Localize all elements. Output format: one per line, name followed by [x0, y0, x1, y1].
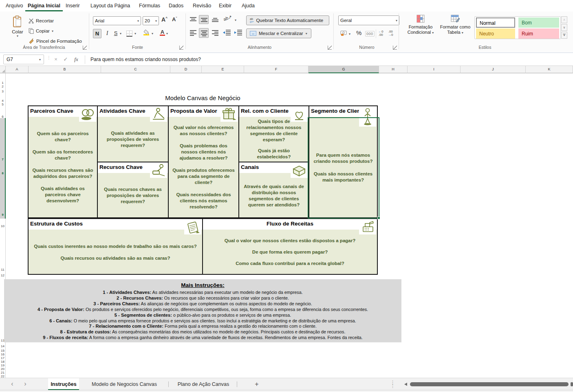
- enter-button[interactable]: ✓: [61, 55, 70, 64]
- formula-input[interactable]: Para quem nós estamos criando nossos pro…: [90, 55, 201, 64]
- alignment-dialog-launcher[interactable]: [328, 46, 332, 50]
- row-header[interactable]: 2: [0, 85, 5, 89]
- column-header-d[interactable]: D: [170, 66, 202, 73]
- column-header-h[interactable]: H: [379, 66, 408, 73]
- cancel-button[interactable]: ×: [51, 55, 60, 64]
- clipboard-dialog-launcher[interactable]: [83, 46, 87, 50]
- column-header-c[interactable]: C: [101, 66, 170, 73]
- fill-handle[interactable]: [377, 217, 380, 219]
- column-header-e[interactable]: E: [202, 66, 244, 73]
- underline-dropdown-arrow[interactable]: ▾: [120, 32, 121, 35]
- name-box[interactable]: G7 ▾: [3, 55, 44, 64]
- fill-color-button[interactable]: [143, 29, 150, 35]
- canvas-cell-atividades-chave[interactable]: Atividades Chave Quais atividades as pro…: [97, 105, 169, 162]
- canvas-cell-rel-com-cliente[interactable]: Rel. com o Cliente Quais tipos de relaci…: [238, 105, 309, 162]
- borders-dropdown-arrow[interactable]: ▾: [134, 32, 136, 35]
- insert-function-button[interactable]: fx: [72, 55, 81, 64]
- row-header[interactable]: 7: [0, 158, 5, 162]
- column-header-j[interactable]: J: [461, 66, 526, 73]
- style-ruim[interactable]: Ruim: [518, 28, 559, 39]
- sheet-nav-right-arrow[interactable]: ›: [21, 380, 29, 389]
- number-format-combo[interactable]: Geral▾: [338, 15, 399, 25]
- menu-tab-formulas[interactable]: Fórmulas: [137, 0, 163, 11]
- menu-tab-exibir[interactable]: Exibir: [216, 0, 234, 11]
- styles-scroll-up[interactable]: ∧: [561, 16, 567, 23]
- borders-button[interactable]: [126, 31, 132, 37]
- increase-font-button[interactable]: A^: [161, 16, 167, 23]
- number-dialog-launcher[interactable]: [393, 46, 397, 50]
- row-header[interactable]: 9: [0, 213, 5, 217]
- style-neutro[interactable]: Neutro: [476, 28, 515, 39]
- fill-color-dropdown-arrow[interactable]: ▾: [152, 32, 153, 35]
- wrap-text-button[interactable]: abc↩ Quebrar Texto Automaticamente: [246, 15, 329, 25]
- paste-button[interactable]: Colar ▾: [9, 15, 26, 45]
- select-all-corner[interactable]: [0, 66, 6, 73]
- menu-tab-dados[interactable]: Dados: [166, 0, 186, 11]
- column-header-b[interactable]: B: [29, 66, 101, 73]
- merge-center-button[interactable]: ↔ Mesclar e Centralizar ▾: [246, 28, 311, 38]
- orientation-dropdown-arrow[interactable]: ▾: [235, 18, 236, 22]
- styles-scroll-down[interactable]: ∨: [561, 24, 567, 31]
- row-header[interactable]: 11: [0, 268, 5, 272]
- conditional-formatting-button[interactable]: Formatação Condicional ▾: [405, 15, 436, 35]
- align-right-button[interactable]: [211, 29, 219, 36]
- underline-button[interactable]: S: [112, 29, 119, 38]
- canvas-cell-parceiros-chave[interactable]: Parceiros Chave Quem são os parceiros ch…: [28, 105, 98, 218]
- column-header-a[interactable]: A: [6, 66, 29, 73]
- font-dialog-launcher[interactable]: [179, 46, 183, 50]
- row-header[interactable]: 10: [0, 224, 5, 228]
- paste-dropdown-arrow[interactable]: ▾: [9, 34, 26, 38]
- font-family-combo[interactable]: Arial▾: [93, 16, 141, 25]
- canvas-cell-recursos-chave[interactable]: Recursos Chave Quais recursos chaves as …: [97, 162, 169, 218]
- column-header-k[interactable]: K: [526, 66, 573, 73]
- hscroll-left-arrow[interactable]: [404, 383, 407, 386]
- menu-tab-revisao[interactable]: Revisão: [190, 0, 214, 11]
- copy-dropdown-arrow[interactable]: ▾: [52, 29, 53, 33]
- increase-indent-button[interactable]: [234, 29, 243, 36]
- accounting-format-button[interactable]: [340, 30, 347, 36]
- italic-button[interactable]: I: [104, 29, 110, 38]
- row-header[interactable]: 6: [0, 115, 5, 119]
- font-size-combo[interactable]: 20▾: [143, 16, 159, 25]
- sheet-tab-plano-acao[interactable]: Plano de Ação Canvas: [171, 378, 236, 390]
- merge-dropdown-arrow[interactable]: ▾: [306, 32, 307, 35]
- column-header-i[interactable]: I: [408, 66, 461, 73]
- name-box-dropdown-arrow[interactable]: ▾: [39, 58, 41, 61]
- copy-button[interactable]: Copiar ▾: [29, 26, 53, 35]
- font-color-dropdown-arrow[interactable]: ▾: [166, 32, 168, 35]
- canvas-cell-canais[interactable]: Canais Através de quais canais de distri…: [238, 162, 309, 218]
- comma-style-button[interactable]: 000: [365, 31, 375, 37]
- increase-decimal-button[interactable]: ←0.00: [378, 30, 383, 37]
- column-header-f[interactable]: F: [244, 66, 309, 73]
- column-header-g[interactable]: G: [309, 66, 379, 73]
- sheet-tab-instrucoes[interactable]: Instruções: [48, 378, 79, 390]
- menu-tab-ajuda[interactable]: Ajuda: [239, 0, 257, 11]
- row-header[interactable]: 5: [0, 103, 5, 107]
- canvas-cell-fluxo-de-receitas[interactable]: Fluxo de Receitas Qual o valor que nosso…: [202, 218, 378, 275]
- style-bom[interactable]: Bom: [518, 18, 559, 28]
- cut-button[interactable]: Recortar: [29, 16, 54, 25]
- align-middle-button[interactable]: [199, 15, 209, 24]
- canvas-cell-proposta-de-valor[interactable]: Proposta de Valor Qual valor nós oferece…: [168, 105, 239, 218]
- bold-button[interactable]: N: [93, 29, 101, 38]
- align-center-button[interactable]: [199, 28, 209, 38]
- format-as-table-button[interactable]: Formatar como Tabela ▾: [439, 15, 472, 35]
- align-bottom-button[interactable]: [211, 16, 219, 23]
- row-header[interactable]: 8: [0, 171, 5, 175]
- orientation-button[interactable]: ab↗: [223, 14, 233, 22]
- decrease-decimal-button[interactable]: .00→0: [388, 30, 393, 37]
- accounting-dropdown-arrow[interactable]: ▾: [349, 32, 350, 36]
- font-color-button[interactable]: A: [160, 29, 165, 36]
- style-normal[interactable]: Normal: [476, 18, 515, 28]
- align-left-button[interactable]: [189, 29, 197, 36]
- menu-tab-arquivo[interactable]: Arquivo: [3, 0, 25, 11]
- sheet-tab-modelo-negocios[interactable]: Modelo de Negocios Canvas: [82, 378, 167, 390]
- row-header[interactable]: 14: [0, 344, 5, 348]
- add-sheet-button[interactable]: +: [249, 378, 265, 390]
- styles-more-button[interactable]: ▼: [561, 32, 567, 39]
- menu-tab-layout[interactable]: Layout da Página: [88, 0, 132, 11]
- canvas-cell-segmento-de-cliente[interactable]: Segmento de Cliente Para quem nós estamo…: [309, 105, 378, 218]
- menu-tab-inserir[interactable]: Inserir: [63, 0, 82, 11]
- canvas-cell-estrutura-de-custos[interactable]: Estrutura de Custos Quais custos inerent…: [28, 218, 203, 275]
- format-painter-button[interactable]: Pincel de Formatação: [29, 37, 82, 46]
